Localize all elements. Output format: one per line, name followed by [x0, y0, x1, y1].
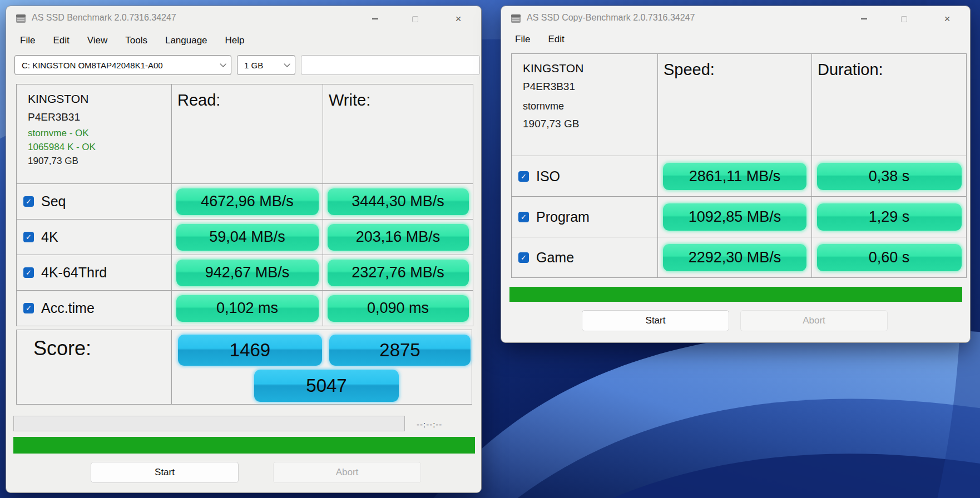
alignment-status: 1065984 K - OK	[28, 142, 171, 153]
test-size-value: 1 GB	[244, 61, 263, 70]
seq-label: Seq	[41, 193, 66, 210]
chevron-down-icon	[220, 61, 226, 67]
maximize-button[interactable]	[402, 11, 428, 27]
game-label: Game	[536, 250, 574, 266]
menu-edit[interactable]: Edit	[540, 32, 572, 47]
drive-capacity: 1907,73 GB	[28, 156, 171, 167]
close-button[interactable]: ×	[446, 11, 471, 27]
4k-write-value: 203,16 MB/s	[328, 224, 469, 251]
drive-vendor: KINGSTON	[28, 92, 171, 106]
menu-edit[interactable]: Edit	[44, 33, 77, 48]
score-section: Score: 1469 2875 5047	[16, 330, 472, 405]
driver-status: stornvme - OK	[28, 128, 171, 139]
4k64-checkbox[interactable]: ✓	[23, 267, 34, 278]
table-row-4k: ✓ 4K	[17, 219, 171, 255]
minimize-button[interactable]	[362, 11, 388, 27]
drive-select-combobox[interactable]: C: KINGSTON OM8TAP42048K1-A00	[14, 55, 231, 75]
4k-read-value: 59,04 MB/s	[176, 224, 319, 251]
drive-capacity: 1907,73 GB	[523, 118, 657, 130]
duration-column-header: Duration:	[811, 54, 966, 156]
menu-file[interactable]: File	[507, 32, 538, 47]
4k64-label: 4K-64Thrd	[41, 265, 107, 281]
abort-button[interactable]: Abort	[740, 310, 888, 331]
iso-speed-value: 2861,11 MB/s	[663, 163, 806, 190]
drive-model: P4ER3B31	[28, 111, 171, 123]
score-read-value: 1469	[178, 335, 322, 366]
menu-language[interactable]: Language	[157, 33, 216, 48]
4k64-read-value: 942,67 MB/s	[176, 260, 319, 286]
program-label: Program	[536, 209, 590, 225]
menu-tools[interactable]: Tools	[117, 33, 156, 48]
speed-column-header: Speed:	[657, 54, 811, 156]
minimize-button[interactable]	[851, 11, 877, 27]
seq-write-value: 3444,30 MB/s	[328, 188, 469, 215]
iso-label: ISO	[536, 168, 560, 185]
acctime-label: Acc.time	[41, 300, 95, 316]
program-checkbox[interactable]: ✓	[518, 212, 529, 222]
titlebar[interactable]: AS SSD Copy-Benchmark 2.0.7316.34247 ×	[501, 6, 970, 31]
game-checkbox[interactable]: ✓	[518, 252, 529, 263]
game-speed-value: 2292,30 MB/s	[663, 244, 806, 271]
time-remaining-label: --:--:--	[417, 420, 442, 429]
window-title: AS SSD Copy-Benchmark 2.0.7316.34247	[527, 13, 695, 23]
copy-progress-bar	[509, 287, 962, 302]
write-column-header: Write:	[323, 84, 473, 183]
table-row-iso: ✓ ISO	[512, 156, 657, 196]
overall-progress-bar	[13, 437, 475, 454]
empty-text-field[interactable]	[301, 55, 480, 75]
drive-driver: stornvme	[523, 101, 657, 112]
divider	[171, 330, 172, 404]
abort-button[interactable]: Abort	[273, 462, 421, 483]
game-duration-value: 0,60 s	[817, 244, 962, 271]
copy-benchmark-table: KINGSTON P4ER3B31 stornvme 1907,73 GB Sp…	[511, 53, 967, 278]
as-ssd-benchmark-window: AS SSD Benchmark 2.0.7316.34247 × File E…	[6, 6, 482, 493]
drive-vendor: KINGSTON	[523, 62, 657, 75]
score-write-value: 2875	[329, 335, 471, 366]
seq-checkbox[interactable]: ✓	[23, 196, 34, 207]
test-progress-bar	[13, 416, 405, 431]
table-row-seq: ✓ Seq	[17, 183, 171, 219]
drive-info-cell: KINGSTON P4ER3B31 stornvme - OK 1065984 …	[17, 84, 171, 183]
drive-info-cell: KINGSTON P4ER3B31 stornvme 1907,73 GB	[512, 54, 657, 156]
menu-file[interactable]: File	[12, 33, 43, 48]
menu-bar: File Edit	[507, 31, 573, 48]
4k-label: 4K	[41, 229, 58, 245]
ssd-drive-icon	[15, 13, 27, 26]
start-button[interactable]: Start	[582, 310, 729, 331]
titlebar[interactable]: AS SSD Benchmark 2.0.7316.34247 ×	[6, 6, 481, 31]
drive-model: P4ER3B31	[523, 81, 657, 93]
test-size-combobox[interactable]: 1 GB	[237, 55, 295, 75]
table-row-program: ✓ Program	[512, 196, 657, 237]
window-title: AS SSD Benchmark 2.0.7316.34247	[32, 13, 176, 23]
menu-bar: File Edit View Tools Language Help	[12, 32, 253, 49]
table-row-game: ✓ Game	[512, 237, 657, 277]
4k-checkbox[interactable]: ✓	[23, 232, 34, 242]
drive-select-value: C: KINGSTON OM8TAP42048K1-A00	[22, 61, 163, 70]
iso-duration-value: 0,38 s	[817, 163, 962, 190]
4k64-write-value: 2327,76 MB/s	[328, 260, 469, 286]
menu-view[interactable]: View	[79, 33, 116, 48]
acctime-read-value: 0,102 ms	[176, 295, 319, 322]
program-duration-value: 1,29 s	[817, 203, 962, 231]
benchmark-results-table: KINGSTON P4ER3B31 stornvme - OK 1065984 …	[16, 84, 473, 326]
chevron-down-icon	[284, 61, 290, 67]
table-row-acctime: ✓ Acc.time	[17, 290, 171, 326]
acctime-checkbox[interactable]: ✓	[23, 303, 34, 313]
maximize-button[interactable]	[891, 11, 917, 27]
program-speed-value: 1092,85 MB/s	[663, 203, 806, 231]
close-button[interactable]: ×	[934, 11, 960, 27]
acctime-write-value: 0,090 ms	[328, 295, 469, 322]
menu-help[interactable]: Help	[217, 33, 253, 48]
seq-read-value: 4672,96 MB/s	[176, 188, 319, 215]
iso-checkbox[interactable]: ✓	[518, 171, 529, 182]
table-row-4k64: ✓ 4K-64Thrd	[17, 255, 171, 290]
score-total-value: 5047	[254, 370, 399, 402]
ssd-drive-icon	[510, 13, 522, 26]
read-column-header: Read:	[171, 84, 323, 183]
start-button[interactable]: Start	[91, 462, 239, 483]
score-label: Score:	[33, 337, 91, 360]
as-ssd-copy-benchmark-window: AS SSD Copy-Benchmark 2.0.7316.34247 × F…	[501, 6, 971, 343]
